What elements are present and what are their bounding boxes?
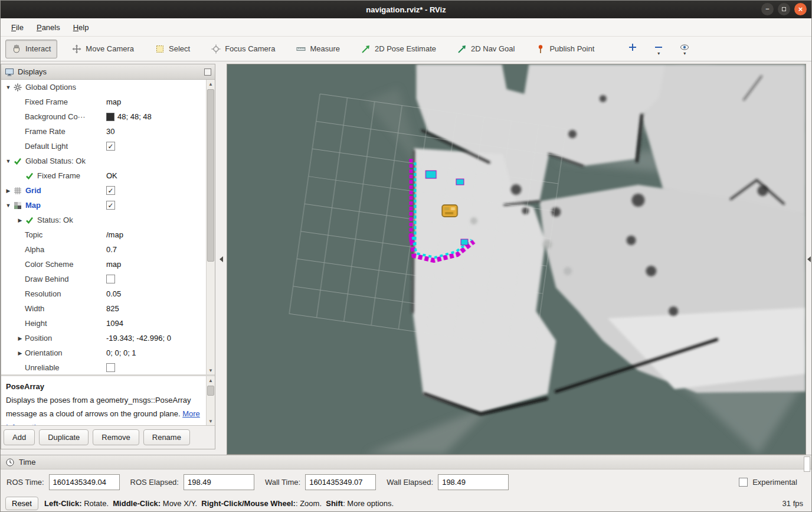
- tree-row-width[interactable]: Width825: [1, 301, 206, 316]
- tree-row-frame-rate[interactable]: Frame Rate30: [1, 124, 206, 139]
- add-button[interactable]: Add: [4, 429, 35, 445]
- tool-2d-nav-goal[interactable]: 2D Nav Goal: [451, 40, 521, 58]
- tree-row-default-light[interactable]: Default Light✓: [1, 139, 206, 154]
- tree-row-global-options[interactable]: ▼Global Options: [1, 80, 206, 94]
- panel-float-button[interactable]: [204, 69, 211, 76]
- rename-button[interactable]: Rename: [143, 429, 190, 445]
- scrollbar-handle[interactable]: [207, 89, 214, 262]
- expand-down-icon[interactable]: ▼: [4, 158, 13, 164]
- property-value[interactable]: /map: [106, 230, 206, 239]
- property-value[interactable]: -19.343; -42.996; 0: [106, 334, 206, 343]
- tree-row-grid[interactable]: ▶Grid✓: [1, 183, 206, 198]
- ros-elapsed-input[interactable]: [184, 474, 254, 490]
- expand-down-icon[interactable]: ▼: [4, 203, 13, 208]
- tool-interact[interactable]: Interact: [5, 40, 57, 58]
- checkbox-checked[interactable]: ✓: [106, 201, 115, 210]
- tool-publish-point[interactable]: Publish Point: [529, 40, 601, 58]
- reset-button[interactable]: Reset: [5, 497, 38, 510]
- checkbox-checked[interactable]: ✓: [106, 186, 115, 195]
- property-value[interactable]: OK: [106, 171, 206, 180]
- tree-row-resolution[interactable]: Resolution0.05: [1, 286, 206, 301]
- expand-right-icon[interactable]: ▶: [15, 217, 25, 223]
- toolbar: InteractMove CameraSelectFocus CameraMea…: [1, 37, 811, 61]
- time-panel-header[interactable]: Time: [1, 455, 811, 469]
- tool-plus-button[interactable]: [624, 40, 641, 54]
- experimental-checkbox[interactable]: [739, 478, 748, 487]
- wall-time-input[interactable]: [305, 474, 376, 490]
- property-name: Default Light: [25, 142, 68, 151]
- tree-row-topic[interactable]: Topic/map: [1, 227, 206, 242]
- wall-elapsed-input[interactable]: [438, 474, 509, 490]
- property-value[interactable]: map: [106, 260, 206, 269]
- tool-minus-button[interactable]: ▾: [650, 40, 667, 58]
- tree-row-height[interactable]: Height1094: [1, 316, 206, 331]
- menu-file[interactable]: File: [5, 20, 30, 35]
- duplicate-button[interactable]: Duplicate: [39, 429, 89, 445]
- property-value[interactable]: 1094: [106, 319, 206, 328]
- displays-panel-header[interactable]: Displays: [1, 64, 215, 80]
- title-bar[interactable]: navigation.rviz* - RViz − ×: [1, 1, 811, 18]
- menu-panels[interactable]: Panels: [31, 20, 66, 35]
- checkbox-unchecked[interactable]: [106, 363, 115, 372]
- tree-row-status-ok[interactable]: ▶Status: Ok: [1, 213, 206, 227]
- scrollbar-handle[interactable]: [207, 386, 214, 396]
- expand-right-icon[interactable]: ▶: [15, 335, 25, 341]
- expand-right-icon[interactable]: ▶: [4, 188, 13, 194]
- tree-row-position[interactable]: ▶Position-19.343; -42.996; 0: [1, 331, 206, 345]
- scroll-up-icon[interactable]: ▲: [207, 376, 215, 384]
- remove-button[interactable]: Remove: [93, 429, 139, 445]
- right-dock-splitter[interactable]: [806, 64, 811, 455]
- panel-splitter[interactable]: [215, 64, 227, 455]
- scrollbar-track[interactable]: [207, 384, 215, 417]
- time-panel-handle[interactable]: [804, 456, 810, 472]
- property-value[interactable]: 0.7: [106, 245, 206, 254]
- tool-focus-camera[interactable]: Focus Camera: [205, 40, 281, 58]
- tree-row-unreliable[interactable]: Unreliable: [1, 360, 206, 374]
- maximize-button[interactable]: [778, 3, 790, 15]
- checkbox-unchecked[interactable]: [106, 275, 115, 283]
- minimize-button[interactable]: −: [761, 3, 774, 15]
- property-value[interactable]: 30: [106, 127, 206, 136]
- menu-help[interactable]: Help: [67, 20, 95, 35]
- tree-row-color-scheme[interactable]: Color Schememap: [1, 257, 206, 272]
- scroll-down-icon[interactable]: ▼: [207, 366, 215, 374]
- property-value[interactable]: 48; 48; 48: [106, 112, 206, 121]
- property-value[interactable]: 0.05: [106, 289, 206, 298]
- tree-row-fixed-frame[interactable]: Fixed FrameOK: [1, 168, 206, 183]
- tool-2d-pose-estimate[interactable]: 2D Pose Estimate: [355, 40, 443, 58]
- tool-move-camera[interactable]: Move Camera: [66, 40, 140, 58]
- description-body: Displays the poses from a geometry_msgs:…: [6, 393, 203, 425]
- expand-right-icon[interactable]: ▶: [15, 350, 25, 356]
- status-segment: : More options.: [343, 499, 394, 508]
- close-button[interactable]: ×: [794, 3, 807, 15]
- expand-down-icon[interactable]: ▼: [4, 84, 13, 90]
- scrollbar-track[interactable]: [207, 88, 215, 366]
- status-bar: Reset Left-Click: Rotate. Middle-Click: …: [1, 495, 811, 511]
- tree-row-alpha[interactable]: Alpha0.7: [1, 242, 206, 257]
- property-value[interactable]: map: [106, 97, 206, 106]
- map-render: [227, 64, 806, 454]
- tree-row-global-status-ok[interactable]: ▼Global Status: Ok: [1, 154, 206, 168]
- scroll-up-icon[interactable]: ▲: [207, 80, 215, 88]
- checkbox-checked[interactable]: ✓: [106, 142, 115, 151]
- tool-measure[interactable]: Measure: [290, 40, 346, 58]
- tool-eye-button[interactable]: ▾: [676, 40, 693, 58]
- description-scrollbar[interactable]: ▲ ▼: [206, 376, 215, 425]
- property-value: [106, 363, 206, 372]
- ros-time-input[interactable]: [49, 474, 120, 490]
- property-name: Background Co···: [25, 112, 86, 121]
- tree-row-draw-behind[interactable]: Draw Behind: [1, 272, 206, 286]
- tree-row-orientation[interactable]: ▶Orientation0; 0; 0; 1: [1, 345, 206, 360]
- property-value[interactable]: 0; 0; 0; 1: [106, 348, 206, 357]
- property-value: ✓: [106, 142, 206, 151]
- tree-row-map[interactable]: ▼Map✓: [1, 198, 206, 213]
- property-value[interactable]: 825: [106, 304, 206, 313]
- tool-select[interactable]: Select: [149, 40, 197, 58]
- property-name: Draw Behind: [25, 275, 68, 283]
- 3d-viewport[interactable]: [227, 64, 806, 455]
- scroll-down-icon[interactable]: ▼: [207, 417, 215, 425]
- displays-scrollbar[interactable]: ▲ ▼: [206, 80, 215, 374]
- measure-icon: [296, 44, 306, 54]
- tree-row-background-co[interactable]: Background Co···48; 48; 48: [1, 109, 206, 124]
- tree-row-fixed-frame[interactable]: Fixed Framemap: [1, 94, 206, 109]
